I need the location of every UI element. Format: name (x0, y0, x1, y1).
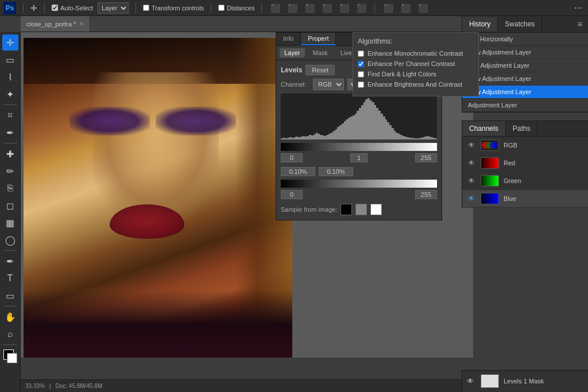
sample-gray-swatch[interactable] (355, 204, 367, 215)
channel-row-red[interactable]: 👁 Red (462, 154, 588, 172)
input-levels-slider[interactable] (281, 143, 437, 151)
zoom-level: 33.33% (25, 383, 45, 389)
tab-close-btn[interactable]: ✕ (79, 21, 84, 27)
autoselect-checkbox-label[interactable]: Auto-Select (52, 5, 93, 11)
transform-controls-checkbox[interactable] (143, 5, 149, 11)
distribute-h-btn[interactable]: ⬛ (382, 2, 394, 14)
channel-eye-red[interactable]: 👁 (467, 158, 476, 168)
reset-btn[interactable]: Reset (305, 65, 335, 75)
history-tab-history[interactable]: History (462, 17, 498, 32)
layer-thumbnail (481, 374, 499, 388)
canvas-image (24, 38, 292, 358)
layer-type-select[interactable]: Layer (98, 2, 129, 14)
eyedropper-tool-btn[interactable]: ✒ (2, 125, 18, 141)
align-center-v-btn[interactable]: ⬛ (338, 2, 350, 14)
channels-header: Channels Paths (462, 121, 588, 137)
svg-point-3 (490, 142, 498, 149)
transform-controls-label[interactable]: Transform controls (143, 5, 204, 11)
history-item-4[interactable]: New Adjustment Layer (462, 86, 588, 99)
algo-checkbox-3[interactable] (358, 81, 364, 88)
marquee-tool-btn[interactable]: ▭ (2, 52, 18, 68)
ps-icon[interactable]: Ps (3, 2, 16, 14)
move-tool-btn[interactable]: ✛ (2, 34, 18, 51)
eraser-tool-btn[interactable]: ◻ (2, 197, 18, 214)
document-tab[interactable]: close_up_portra * ✕ (21, 16, 90, 32)
tab-properties[interactable]: Propert (301, 33, 336, 45)
sample-white-swatch[interactable] (370, 204, 382, 215)
subtab-layer[interactable]: Layer (280, 48, 305, 57)
history-tab-swatches[interactable]: Swatches (498, 17, 542, 32)
output-min-field[interactable] (281, 190, 303, 199)
history-item-5[interactable]: Adjustment Layer (462, 99, 588, 112)
crop-tool-btn[interactable]: ⌗ (2, 107, 18, 123)
align-top-btn[interactable]: ⬛ (320, 2, 333, 14)
layer-row-mask[interactable]: 👁 Levels 1 Mask (462, 371, 588, 392)
algo-option-3[interactable]: Enhance Brightness And Contrast (358, 81, 474, 88)
layer-visibility-icon[interactable]: 👁 (467, 377, 476, 385)
subtab-mask[interactable]: Mask (308, 48, 332, 57)
left-toolbar: ✛ ▭ ⌇ ✦ ⌗ ✒ ✚ ✏ ⎘ ◻ ▦ ◯ ✒ T ▭ ✋ ⌕ (0, 32, 21, 392)
dodge-tool-btn[interactable]: ◯ (2, 232, 18, 248)
autoselect-checkbox[interactable] (52, 5, 58, 11)
history-item-1[interactable]: New Adjustment Layer (462, 46, 588, 59)
history-item-2[interactable]: Edit Adjustment Layer (462, 59, 588, 72)
layers-panel: 👁 Levels 1 Mask (462, 370, 588, 392)
input-min-field[interactable] (281, 153, 303, 162)
algo-checkbox-0[interactable] (358, 51, 364, 57)
text-tool-btn[interactable]: T (2, 270, 18, 286)
history-list: Flip Horizontally New Adjustment Layer E… (462, 33, 588, 112)
stamp-tool-btn[interactable]: ⎘ (2, 180, 18, 196)
algo-option-0[interactable]: Enhance Monochromatic Contrast (358, 50, 474, 57)
history-settings-icon[interactable]: ≡ (572, 16, 588, 32)
channel-row-rgb[interactable]: 👁 RGB (462, 137, 588, 154)
align-right-btn[interactable]: ⬛ (303, 2, 316, 14)
align-left-btn[interactable]: ⬛ (269, 2, 281, 14)
input-mid-field[interactable] (350, 153, 368, 162)
algo-label-0: Enhance Monochromatic Contrast (368, 50, 463, 57)
channel-eye-green[interactable]: 👁 (467, 176, 476, 185)
algo-checkbox-2[interactable] (358, 71, 364, 77)
panel-toggle-btn[interactable]: ⋯ (572, 2, 585, 14)
distribute-spacing-btn[interactable]: ⬛ (416, 2, 429, 14)
top-toolbar: Ps ✛ Auto-Select Layer Transform control… (0, 0, 588, 16)
history-item-0[interactable]: Flip Horizontally (462, 33, 588, 46)
channel-select[interactable]: RGB (313, 79, 344, 90)
align-center-h-btn[interactable]: ⬛ (286, 2, 299, 14)
distances-checkbox[interactable] (218, 5, 225, 11)
output-levels-values (281, 190, 437, 199)
tab-info[interactable]: Info (276, 33, 301, 45)
tab-filename: close_up_portra * (26, 21, 76, 28)
brush-tool-btn[interactable]: ✏ (2, 163, 18, 179)
fg-bg-colors[interactable] (2, 348, 18, 364)
magic-wand-tool-btn[interactable]: ✦ (2, 86, 18, 102)
input-max-field[interactable] (415, 153, 437, 162)
distances-label[interactable]: Distances (218, 5, 254, 11)
channels-tab-paths[interactable]: Paths (506, 121, 538, 136)
algo-option-1[interactable]: Enhance Per Channel Contrast (358, 60, 474, 67)
output-levels-slider[interactable] (281, 180, 437, 188)
sample-black-swatch[interactable] (341, 204, 352, 215)
channel-thumb-red (481, 157, 499, 169)
channel-eye-rgb[interactable]: 👁 (467, 141, 476, 150)
channel-label-red: Red (504, 160, 515, 166)
channel-row-blue[interactable]: 👁 Blue (462, 190, 588, 208)
clip-highlight-field[interactable] (319, 167, 353, 176)
distribute-v-btn[interactable]: ⬛ (399, 2, 412, 14)
heal-tool-btn[interactable]: ✚ (2, 146, 18, 162)
history-item-3[interactable]: New Adjustment Layer (462, 72, 588, 86)
gradient-tool-btn[interactable]: ▦ (2, 215, 18, 231)
align-bottom-btn[interactable]: ⬛ (355, 2, 368, 14)
channel-eye-blue[interactable]: 👁 (467, 194, 476, 203)
channels-tab-channels[interactable]: Channels (462, 121, 506, 136)
clip-shadow-field[interactable] (281, 167, 315, 176)
zoom-tool-btn[interactable]: ⌕ (2, 326, 18, 342)
levels-label: Levels (281, 66, 302, 74)
hand-tool-btn[interactable]: ✋ (2, 309, 18, 325)
output-max-field[interactable] (415, 190, 437, 199)
shape-tool-btn[interactable]: ▭ (2, 288, 18, 304)
lasso-tool-btn[interactable]: ⌇ (2, 69, 18, 85)
channel-row-green[interactable]: 👁 Green (462, 172, 588, 190)
algo-option-2[interactable]: Find Dark & Light Colors (358, 71, 474, 77)
pen-tool-btn[interactable]: ✒ (2, 253, 18, 269)
algo-checkbox-1[interactable] (358, 61, 364, 67)
